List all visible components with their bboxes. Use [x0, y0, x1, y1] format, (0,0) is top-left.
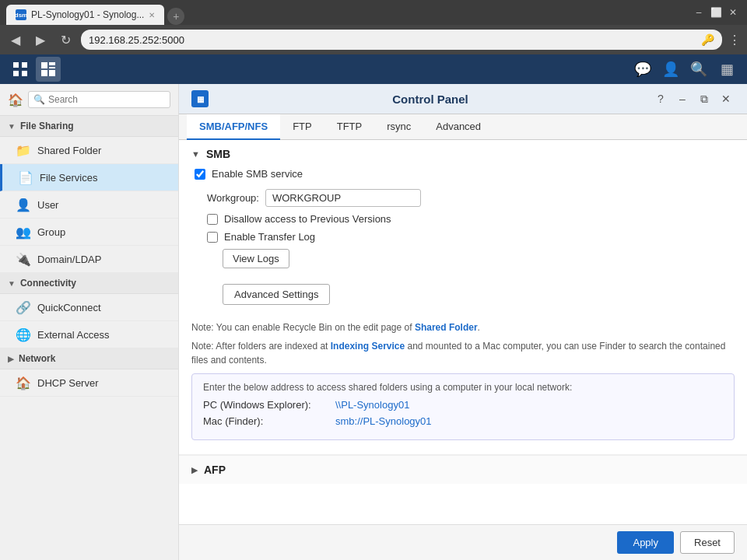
smb-note1: Note: You can enable Recycle Bin on the …: [191, 320, 735, 334]
enable-smb-checkbox[interactable]: [195, 169, 205, 180]
minimize-window-btn[interactable]: –: [691, 5, 707, 20]
tab-label: PL-Synology01 - Synolog...: [31, 9, 144, 20]
panel-close-btn[interactable]: ✕: [717, 90, 735, 107]
back-button[interactable]: ◀: [6, 30, 25, 49]
sidebar-item-shared-folder[interactable]: 📁 Shared Folder: [0, 137, 178, 164]
afp-collapse-btn[interactable]: ▶: [191, 465, 198, 475]
disallow-prev-label[interactable]: Disallow access to Previous Versions: [224, 213, 391, 225]
key-icon: 🔑: [701, 33, 714, 46]
browser-titlebar: dsm PL-Synology01 - Synolog... ✕ + – ⬜ ✕: [0, 0, 747, 25]
smb-section: ▼ SMB Enable SMB service Workgroup: Disa…: [179, 140, 747, 455]
smb-note2: Note: After folders are indexed at Index…: [191, 339, 735, 367]
disallow-prev-checkbox[interactable]: [207, 214, 218, 225]
active-tab[interactable]: dsm PL-Synology01 - Synolog... ✕: [6, 5, 164, 25]
app-grid-button[interactable]: [8, 57, 33, 82]
browser-menu-button[interactable]: ⋮: [728, 33, 741, 47]
mac-access-row: Mac (Finder): smb://PL-Synology01: [203, 415, 723, 427]
control-panel-button[interactable]: [36, 57, 61, 82]
svg-rect-3: [22, 71, 27, 76]
pc-link[interactable]: \\PL-Synology01: [335, 399, 409, 411]
panel-content: ▼ SMB Enable SMB service Workgroup: Disa…: [179, 140, 747, 524]
afp-section: ▶ AFP: [179, 455, 747, 484]
domain-ldap-icon: 🔌: [16, 251, 31, 267]
section-arrow-connectivity: ▼: [8, 279, 16, 288]
transfer-log-checkbox[interactable]: [207, 232, 218, 243]
sidebar-item-quickconnect[interactable]: 🔗 QuickConnect: [0, 294, 178, 321]
disallow-prev-row: Disallow access to Previous Versions: [191, 213, 735, 225]
new-tab-button[interactable]: +: [167, 8, 184, 25]
app-toolbar: 💬 👤 🔍 ▦: [0, 54, 747, 84]
external-access-icon: 🌐: [16, 327, 31, 342]
sidebar-section-connectivity[interactable]: ▼ Connectivity: [0, 273, 178, 294]
mac-link[interactable]: smb://PL-Synology01: [335, 415, 432, 427]
afp-section-title: AFP: [204, 464, 226, 476]
user-icon: 👤: [16, 197, 31, 212]
svg-rect-6: [49, 67, 55, 68]
panel-maximize-btn[interactable]: ⧉: [696, 90, 713, 107]
sidebar-item-file-services[interactable]: 📄 File Services: [0, 164, 178, 191]
view-logs-button[interactable]: View Logs: [223, 249, 289, 268]
sidebar-item-label-quickconnect: QuickConnect: [37, 302, 101, 313]
group-icon: 👥: [16, 224, 31, 240]
transfer-log-label[interactable]: Enable Transfer Log: [224, 231, 315, 243]
tab-ftp[interactable]: FTP: [280, 114, 324, 140]
user-icon-btn[interactable]: 👤: [658, 57, 683, 82]
main-layout: 🏠 🔍 ▼ File Sharing 📁 Shared Folder 📄 Fil…: [0, 84, 747, 560]
home-button[interactable]: 🏠: [8, 89, 23, 110]
sidebar-item-group[interactable]: 👥 Group: [0, 219, 178, 246]
tab-smb-afp-nfs[interactable]: SMB/AFP/NFS: [187, 114, 280, 140]
close-window-btn[interactable]: ✕: [725, 5, 741, 20]
svg-rect-1: [22, 62, 27, 68]
svg-rect-2: [13, 71, 19, 76]
refresh-button[interactable]: ↻: [56, 30, 75, 49]
advanced-settings-button[interactable]: Advanced Settings: [223, 284, 330, 305]
workgroup-input[interactable]: [265, 189, 421, 207]
sidebar-item-dhcp-server[interactable]: 🏠 DHCP Server: [0, 369, 178, 397]
sidebar-section-label-network: Network: [19, 353, 55, 364]
sidebar-item-user[interactable]: 👤 User: [0, 191, 178, 219]
forward-button[interactable]: ▶: [31, 30, 50, 49]
enable-smb-label[interactable]: Enable SMB service: [212, 168, 303, 180]
svg-rect-0: [13, 62, 19, 68]
browser-menu-area: ⋮: [728, 33, 741, 47]
toolbar-right-icons: 💬 👤 🔍 ▦: [630, 57, 739, 82]
sidebar-item-label-external-access: External Access: [37, 329, 110, 341]
search-icon: 🔍: [33, 94, 45, 105]
transfer-log-row: Enable Transfer Log: [191, 231, 735, 243]
tab-advanced[interactable]: Advanced: [423, 114, 493, 140]
view-icon-btn[interactable]: ▦: [714, 57, 739, 82]
sidebar-item-label-user: User: [37, 199, 58, 211]
sidebar-section-network[interactable]: ▶ Network: [0, 348, 178, 369]
tab-tftp[interactable]: TFTP: [324, 114, 375, 140]
tab-close-btn[interactable]: ✕: [149, 11, 155, 19]
smb-collapse-btn[interactable]: ▼: [191, 149, 200, 159]
svg-rect-7: [41, 70, 47, 76]
search-input[interactable]: [48, 94, 165, 105]
panel-minimize-btn[interactable]: –: [674, 90, 691, 107]
smb-title-row: ▼ SMB: [191, 148, 735, 160]
header-left: ▦: [191, 90, 209, 107]
indexing-service-link[interactable]: Indexing Service: [331, 341, 405, 352]
chat-icon-btn[interactable]: 💬: [630, 57, 655, 82]
maximize-window-btn[interactable]: ⬜: [708, 5, 724, 20]
window-controls: – ⬜ ✕: [691, 5, 741, 20]
sidebar-item-label-domain-ldap: Domain/LDAP: [37, 254, 101, 265]
content-panel: ▦ Control Panel ? – ⧉ ✕ SMB/AFP/NFS FTP …: [179, 84, 747, 560]
address-input-wrap[interactable]: 192.168.25.252:5000 🔑: [81, 30, 722, 50]
panel-controls: ? – ⧉ ✕: [652, 90, 735, 107]
network-box-title: Enter the below address to access shared…: [203, 382, 723, 393]
sidebar-item-external-access[interactable]: 🌐 External Access: [0, 321, 178, 348]
sidebar-item-domain-ldap[interactable]: 🔌 Domain/LDAP: [0, 246, 178, 273]
tab-rsync[interactable]: rsync: [374, 114, 423, 140]
shared-folder-link[interactable]: Shared Folder: [415, 322, 478, 333]
sidebar-item-label-shared-folder: Shared Folder: [37, 145, 101, 156]
panel-icon: ▦: [191, 90, 209, 107]
reset-button[interactable]: Reset: [680, 531, 735, 554]
search-icon-btn[interactable]: 🔍: [686, 57, 711, 82]
apply-button[interactable]: Apply: [617, 531, 674, 554]
workgroup-label: Workgroup:: [207, 192, 259, 204]
sidebar-section-file-sharing[interactable]: ▼ File Sharing: [0, 116, 178, 137]
panel-restore-btn[interactable]: ?: [652, 90, 669, 107]
search-box[interactable]: 🔍: [28, 91, 170, 108]
sidebar-item-label-file-services: File Services: [40, 172, 97, 184]
